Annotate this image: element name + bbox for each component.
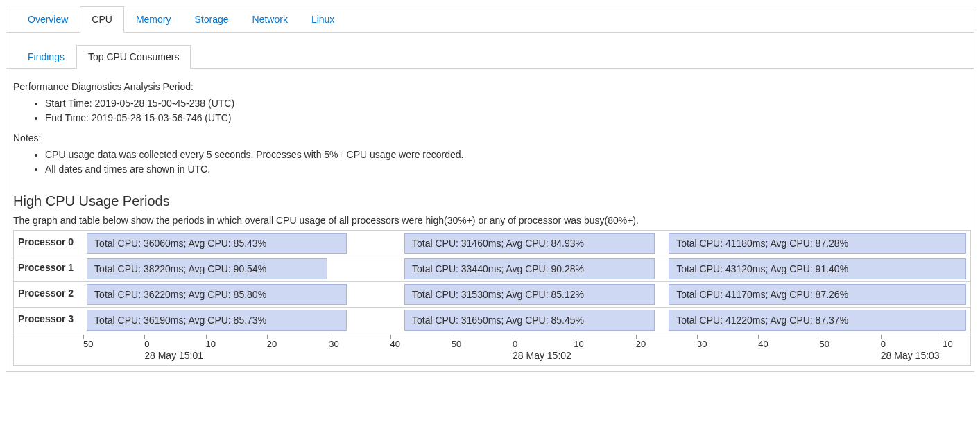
cpu-period-bar[interactable]: Total CPU: 41220ms; Avg CPU: 87.37%: [669, 310, 965, 331]
table-row: Processor 1 Total CPU: 38220ms; Avg CPU:…: [14, 256, 970, 282]
axis-tick-label: 10: [943, 339, 952, 349]
processor-bars: Total CPU: 36220ms; Avg CPU: 85.80% Tota…: [83, 282, 970, 307]
processor-label: Processor 3: [14, 308, 83, 333]
processor-label: Processor 1: [14, 256, 83, 281]
axis-tick-label: 0: [881, 339, 886, 349]
axis-tick-label: 10: [206, 339, 216, 349]
cpu-period-bar[interactable]: Total CPU: 31650ms; Avg CPU: 85.45%: [404, 310, 655, 331]
processor-table: Processor 0 Total CPU: 36060ms; Avg CPU:…: [13, 230, 971, 366]
tab-memory[interactable]: Memory: [124, 6, 183, 33]
processor-bars: Total CPU: 38220ms; Avg CPU: 90.54% Tota…: [83, 256, 970, 281]
axis-date-label: 28 May 15:01: [144, 350, 203, 361]
axis-spacer: [14, 333, 83, 365]
axis-tick-label: 50: [452, 339, 461, 349]
cpu-period-bar[interactable]: Total CPU: 41170ms; Avg CPU: 87.26%: [669, 284, 965, 305]
axis-tick-label: 40: [758, 339, 768, 349]
start-time: Start Time: 2019-05-28 15-00-45-238 (UTC…: [45, 96, 971, 111]
cpu-period-bar[interactable]: Total CPU: 38220ms; Avg CPU: 90.54%: [87, 258, 327, 279]
axis-tick-label: 50: [820, 339, 829, 349]
axis-tick-label: 40: [390, 339, 400, 349]
note-item: All dates and times are shown in UTC.: [45, 162, 971, 177]
tab-cpu[interactable]: CPU: [80, 6, 124, 33]
tab-network[interactable]: Network: [241, 6, 300, 33]
notes-label: Notes:: [13, 132, 971, 143]
axis-tick-label: 10: [574, 339, 583, 349]
axis-tick-label: 20: [267, 339, 277, 349]
notes-list: CPU usage data was collected every 5 sec…: [13, 148, 971, 177]
time-axis-row: 500102030405001020304050010 28 May 15:01…: [14, 333, 970, 366]
axis-date-label: 28 May 15:02: [513, 350, 571, 361]
cpu-period-bar[interactable]: Total CPU: 31460ms; Avg CPU: 84.93%: [404, 233, 655, 254]
tab-overview[interactable]: Overview: [16, 6, 80, 33]
processor-label: Processor 0: [14, 231, 83, 256]
processor-bars: Total CPU: 36060ms; Avg CPU: 85.43% Tota…: [83, 231, 970, 256]
cpu-period-bar[interactable]: Total CPU: 36190ms; Avg CPU: 85.73%: [87, 310, 347, 331]
note-item: CPU usage data was collected every 5 sec…: [45, 148, 971, 162]
axis-tick-label: 50: [83, 339, 93, 349]
analysis-period-label: Performance Diagnostics Analysis Period:: [13, 81, 971, 92]
processor-label: Processor 2: [14, 282, 83, 307]
time-axis: 500102030405001020304050010 28 May 15:01…: [83, 333, 970, 365]
high-cpu-desc: The graph and table below show the perio…: [13, 215, 971, 226]
cpu-period-bar[interactable]: Total CPU: 43120ms; Avg CPU: 91.40%: [669, 258, 965, 279]
page-container: Overview CPU Memory Storage Network Linu…: [6, 6, 974, 372]
high-cpu-heading: High CPU Usage Periods: [13, 193, 971, 209]
cpu-period-bar[interactable]: Total CPU: 33440ms; Avg CPU: 90.28%: [404, 258, 655, 279]
axis-tick-label: 0: [144, 339, 149, 349]
axis-tick-label: 30: [329, 339, 338, 349]
tab-linux[interactable]: Linux: [300, 6, 346, 33]
table-row: Processor 2 Total CPU: 36220ms; Avg CPU:…: [14, 282, 970, 308]
table-row: Processor 3 Total CPU: 36190ms; Avg CPU:…: [14, 308, 970, 333]
cpu-period-bar[interactable]: Total CPU: 36220ms; Avg CPU: 85.80%: [87, 284, 347, 305]
content-area: Performance Diagnostics Analysis Period:…: [6, 69, 974, 366]
tab-storage[interactable]: Storage: [182, 6, 240, 33]
axis-date-label: 28 May 15:03: [881, 350, 940, 361]
sub-tabs: Findings Top CPU Consumers: [6, 33, 974, 69]
axis-ticks: 500102030405001020304050010: [83, 336, 970, 350]
axis-tick-label: 0: [513, 339, 517, 349]
analysis-period-list: Start Time: 2019-05-28 15-00-45-238 (UTC…: [13, 96, 971, 125]
table-row: Processor 0 Total CPU: 36060ms; Avg CPU:…: [14, 231, 970, 256]
processor-bars: Total CPU: 36190ms; Avg CPU: 85.73% Tota…: [83, 308, 970, 333]
subtab-top-cpu[interactable]: Top CPU Consumers: [76, 45, 191, 69]
axis-dates: 28 May 15:0128 May 15:0228 May 15:03: [83, 350, 970, 365]
axis-tick-label: 20: [636, 339, 646, 349]
cpu-period-bar[interactable]: Total CPU: 31530ms; Avg CPU: 85.12%: [404, 284, 655, 305]
cpu-period-bar[interactable]: Total CPU: 36060ms; Avg CPU: 85.43%: [87, 233, 347, 254]
cpu-period-bar[interactable]: Total CPU: 41180ms; Avg CPU: 87.28%: [669, 233, 965, 254]
main-tabs: Overview CPU Memory Storage Network Linu…: [6, 6, 974, 33]
axis-tick-label: 30: [697, 339, 707, 349]
subtab-findings[interactable]: Findings: [16, 45, 76, 69]
end-time: End Time: 2019-05-28 15-03-56-746 (UTC): [45, 111, 971, 125]
